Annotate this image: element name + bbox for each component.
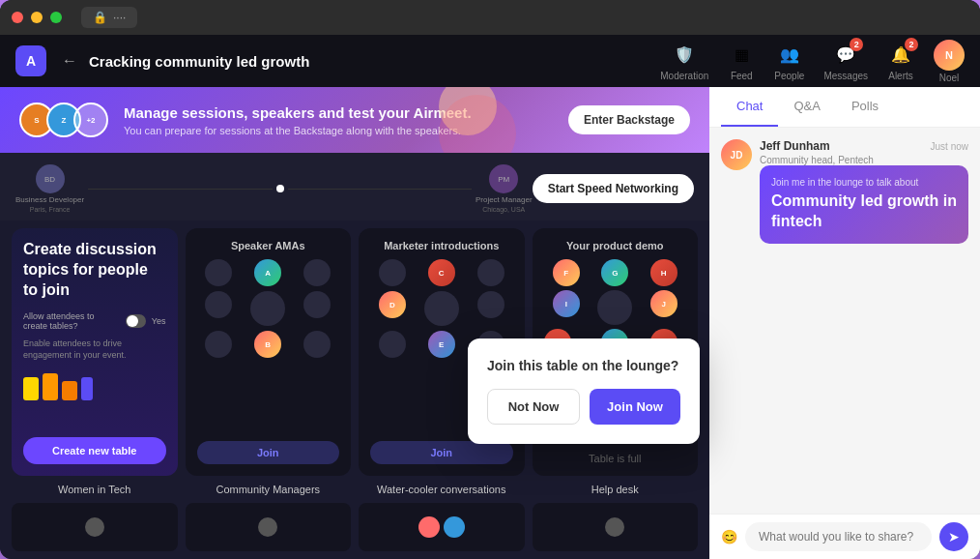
minimize-button[interactable] xyxy=(31,12,43,23)
node-dot xyxy=(276,185,284,192)
nav-alerts[interactable]: 🔔 2 Alerts xyxy=(887,42,914,81)
speaker-seats: A B xyxy=(197,259,340,358)
node-2: PM Project Manager Chicago, USA xyxy=(476,164,533,213)
seat-m5 xyxy=(477,291,504,318)
app-logo: A xyxy=(15,45,46,76)
banner-text: Manage sessions, speakers and test your … xyxy=(124,104,472,136)
seat-m7: E xyxy=(428,331,455,358)
seat-6 xyxy=(205,331,232,358)
tab-qa[interactable]: Q&A xyxy=(778,87,835,127)
chat-card-title: Community led growth in fintech xyxy=(771,191,957,232)
back-arrow[interactable]: ← xyxy=(62,52,77,70)
modal-buttons: Not Now Join Now xyxy=(487,389,680,425)
bottom-preview-4 xyxy=(533,503,699,551)
tab-chat[interactable]: Chat xyxy=(721,87,778,127)
nav-icons: 🛡️ Moderation ▦ Feed 👥 People xyxy=(660,40,965,83)
alerts-label: Alerts xyxy=(888,71,913,81)
seat-m3 xyxy=(477,259,504,286)
illus-figure-3 xyxy=(62,381,77,400)
toggle-knob xyxy=(127,315,138,327)
nav-people[interactable]: 👥 People xyxy=(774,42,804,81)
networking-line-2 xyxy=(288,189,472,190)
backstage-banner: S Z +2 Manage sessions, speakers and tes… xyxy=(0,87,709,153)
node-1-avatar: BD xyxy=(36,164,65,193)
chat-bubble: Jeff Dunham Just now Community head, Pen… xyxy=(760,139,968,244)
seat-4 xyxy=(205,291,232,318)
bottom-preview-3 xyxy=(359,503,525,551)
main-layout: S Z +2 Manage sessions, speakers and tes… xyxy=(0,87,980,559)
label-help-desk: Help desk xyxy=(533,484,699,495)
lock-icon: 🔒 xyxy=(93,11,107,24)
label-water-cooler: Water-cooler conversations xyxy=(359,484,525,495)
create-new-table-button[interactable]: Create new table xyxy=(23,437,166,464)
seat-3 xyxy=(303,259,331,286)
send-icon: ➤ xyxy=(948,529,960,544)
node-2-avatar: PM xyxy=(489,164,518,193)
pd-seat-3: H xyxy=(650,259,677,286)
preview-avatar-a xyxy=(418,516,440,538)
join-now-button[interactable]: Join Now xyxy=(590,389,680,425)
node-1: BD Business Developer Paris, France xyxy=(15,164,84,213)
marketer-intro-join-button[interactable]: Join xyxy=(370,441,513,464)
chat-input[interactable] xyxy=(745,522,932,551)
modal-title: Join this table on the lounge? xyxy=(487,358,680,373)
banner-title: Manage sessions, speakers and test your … xyxy=(124,104,472,121)
nav-profile[interactable]: N Noel xyxy=(934,40,965,83)
seat-m2: C xyxy=(428,259,455,286)
chat-sender-name: Jeff Dunham xyxy=(760,139,830,153)
modal-dialog: Join this table on the lounge? Not Now J… xyxy=(468,338,700,444)
create-description: Enable attendees to drive engagement in … xyxy=(23,338,166,361)
emoji-icon: 😊 xyxy=(721,529,737,544)
tab-polls[interactable]: Polls xyxy=(836,87,894,127)
close-button[interactable] xyxy=(12,12,23,23)
left-panel: S Z +2 Manage sessions, speakers and tes… xyxy=(0,87,709,559)
seat-2: A xyxy=(254,259,281,286)
banner-avatars: S Z +2 xyxy=(19,103,108,137)
preview-avatar-b xyxy=(444,516,465,538)
nav-moderation[interactable]: 🛡️ Moderation xyxy=(660,42,708,81)
enter-backstage-button[interactable]: Enter Backstage xyxy=(568,105,690,134)
feed-label: Feed xyxy=(731,71,753,81)
seat-8 xyxy=(303,331,331,358)
event-title: Cracking community led growth xyxy=(89,53,649,70)
maximize-button[interactable] xyxy=(50,12,62,23)
profile-label: Noel xyxy=(939,73,960,83)
create-table-card: Create discussion topics for people to j… xyxy=(12,228,178,476)
speaker-amas-join-button[interactable]: Join xyxy=(197,441,340,464)
messages-badge: 2 xyxy=(850,38,863,51)
center-table-m xyxy=(424,291,459,326)
speaker-amas-title: Speaker AMAs xyxy=(231,240,305,251)
chat-messages: JD Jeff Dunham Just now Community head, … xyxy=(709,128,980,514)
banner-subtitle: You can prepare for sessions at the Back… xyxy=(124,125,472,136)
bottom-preview-row xyxy=(0,503,709,559)
seat-5 xyxy=(303,291,331,318)
nav-feed[interactable]: ▦ Feed xyxy=(728,42,755,81)
not-now-button[interactable]: Not Now xyxy=(487,389,580,425)
seat-7: B xyxy=(254,331,281,358)
pd-seat-1: F xyxy=(553,259,580,286)
product-demo-title: Your product demo xyxy=(566,240,664,251)
messages-label: Messages xyxy=(823,71,868,81)
chat-role: Community head, Pentech xyxy=(760,155,968,165)
address-bar: 🔒 ···· xyxy=(81,7,137,28)
pd-seat-5: J xyxy=(650,290,677,317)
chat-input-area: 😊 ➤ xyxy=(709,514,980,559)
preview-seat-2 xyxy=(258,517,277,537)
top-nav: A ← Cracking community led growth 🛡️ Mod… xyxy=(0,35,980,87)
table-full-label: Table is full xyxy=(589,453,641,464)
illus-figure-4 xyxy=(81,377,93,400)
nav-messages[interactable]: 💬 2 Messages xyxy=(823,42,868,81)
toggle-row: Allow attendees to create tables? Yes xyxy=(23,311,166,331)
chat-sender-row: Jeff Dunham Just now xyxy=(760,139,968,153)
alerts-badge: 2 xyxy=(905,38,918,51)
send-button[interactable]: ➤ xyxy=(939,522,968,551)
bottom-preview-1 xyxy=(12,503,178,551)
seat-1 xyxy=(205,259,232,286)
speaker-amas-card: Speaker AMAs A B Join xyxy=(186,228,352,476)
start-networking-button[interactable]: Start Speed Networking xyxy=(533,174,694,203)
center-table-pd xyxy=(597,290,632,325)
people-icon: 👥 xyxy=(780,45,799,64)
illus-figure-2 xyxy=(43,373,58,400)
illus-figure-1 xyxy=(23,377,39,400)
toggle-switch[interactable] xyxy=(126,314,146,328)
